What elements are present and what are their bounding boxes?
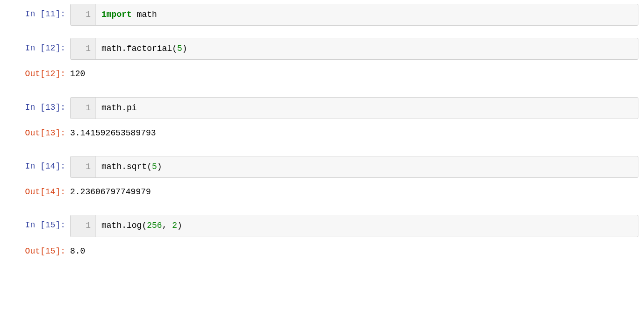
code-content[interactable]: math.pi	[96, 98, 638, 119]
code-content[interactable]: import math	[96, 4, 638, 25]
code-input[interactable]: 1math.sqrt(5)	[70, 156, 638, 178]
line-number: 1	[71, 215, 96, 236]
input-prompt: In [13]:	[0, 97, 70, 113]
code-token: math.pi	[101, 103, 137, 113]
input-prompt: In [15]:	[0, 215, 70, 231]
code-token: math.factorial(	[101, 44, 177, 53]
line-number: 1	[71, 38, 96, 59]
code-token	[132, 10, 137, 19]
output-value: 3.141592653589793	[70, 123, 638, 144]
code-token: math	[137, 10, 157, 19]
line-number: 1	[71, 156, 96, 177]
code-token: 256	[147, 221, 162, 230]
code-content[interactable]: math.sqrt(5)	[96, 156, 638, 177]
output-cell: Out[12]:120	[0, 63, 638, 85]
input-cell: In [14]:1math.sqrt(5)	[0, 156, 638, 178]
output-cell: Out[14]:2.23606797749979	[0, 182, 638, 203]
input-cell: In [15]:1math.log(256, 2)	[0, 215, 638, 237]
code-content[interactable]: math.log(256, 2)	[96, 215, 638, 236]
input-cell: In [12]:1math.factorial(5)	[0, 38, 638, 60]
code-token: )	[182, 44, 187, 53]
code-input[interactable]: 1import math	[70, 4, 638, 26]
code-input[interactable]: 1math.pi	[70, 97, 638, 119]
output-value: 8.0	[70, 241, 638, 262]
code-input[interactable]: 1math.log(256, 2)	[70, 215, 638, 237]
input-prompt: In [11]:	[0, 4, 70, 20]
notebook: In [11]:1import mathIn [12]:1math.factor…	[0, 4, 638, 262]
code-input[interactable]: 1math.factorial(5)	[70, 38, 638, 60]
input-prompt: In [12]:	[0, 38, 70, 54]
line-number: 1	[71, 4, 96, 25]
code-token: math.log(	[101, 221, 147, 230]
output-cell: Out[15]:8.0	[0, 241, 638, 262]
code-content[interactable]: math.factorial(5)	[96, 38, 638, 59]
output-prompt: Out[13]:	[0, 123, 70, 139]
output-prompt: Out[14]:	[0, 182, 70, 198]
code-token: )	[177, 221, 182, 230]
output-prompt: Out[12]:	[0, 63, 70, 80]
input-cell: In [13]:1math.pi	[0, 97, 638, 119]
code-token: 5	[177, 44, 182, 53]
output-value: 120	[70, 63, 638, 85]
output-value: 2.23606797749979	[70, 182, 638, 203]
code-token: math.sqrt(	[101, 162, 152, 171]
input-prompt: In [14]:	[0, 156, 70, 172]
output-cell: Out[13]:3.141592653589793	[0, 123, 638, 144]
code-token: ,	[162, 221, 172, 230]
output-prompt: Out[15]:	[0, 241, 70, 257]
code-token: )	[157, 162, 162, 171]
line-number: 1	[71, 98, 96, 119]
code-token: 2	[172, 221, 177, 230]
code-token: import	[101, 10, 132, 19]
input-cell: In [11]:1import math	[0, 4, 638, 26]
code-token: 5	[152, 162, 157, 171]
